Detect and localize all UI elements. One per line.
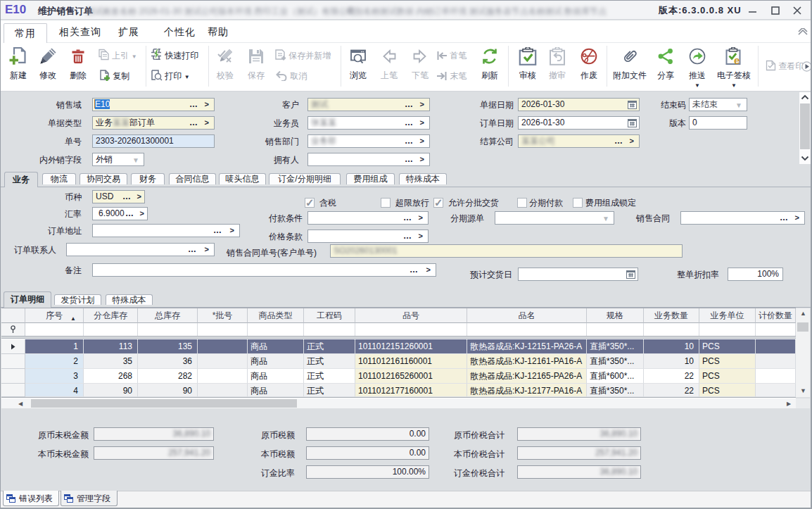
- svg-text:e: e: [734, 54, 740, 65]
